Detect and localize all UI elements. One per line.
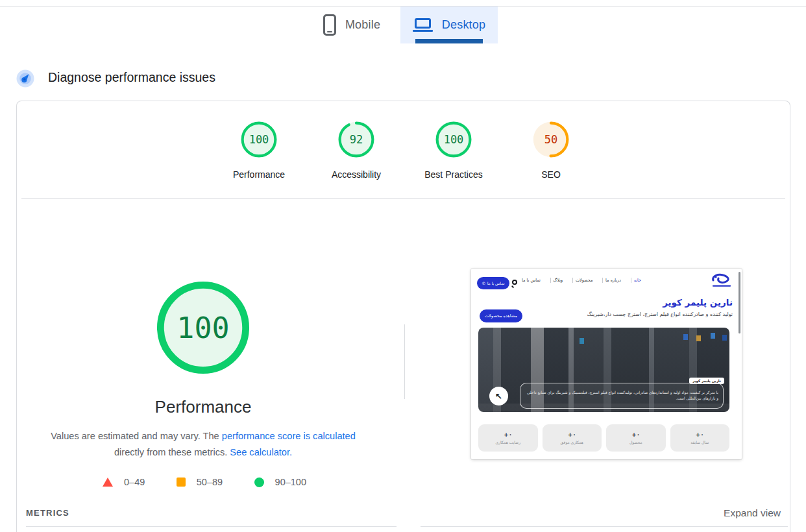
site-nav-item: محصولات	[572, 278, 596, 283]
stat-card: +۰ رضایت همکاری	[478, 424, 538, 452]
performance-main-gauge: 100	[154, 279, 252, 376]
smartphone-icon	[323, 14, 336, 36]
disclaimer-text: Values are estimated and may vary. The	[51, 431, 222, 441]
legend-range: 50–89	[197, 477, 223, 487]
score-gauge: 92	[337, 121, 375, 158]
site-scrollbar	[739, 272, 740, 333]
legend-item-average: 50–89	[177, 477, 223, 487]
site-nav-item: خانه	[631, 278, 644, 283]
stat-card: +۰ سال سابقه	[670, 424, 730, 452]
scores-divider	[21, 198, 785, 199]
calculation-link[interactable]: performance score is calculated	[222, 431, 356, 441]
site-title: نارین پلیمر کویر	[570, 297, 733, 308]
legend-item-poor: 0–49	[103, 477, 145, 487]
site-stats-row: +۰ سال سابقه +۰ محصول +۰ همکاری موفق +۰ …	[478, 424, 729, 452]
score-label: Best Practices	[424, 169, 482, 180]
tab-mobile[interactable]: Mobile	[306, 6, 397, 43]
category-score-seo[interactable]: 50 SEO	[506, 121, 596, 180]
site-nav-item: تماس با ما	[519, 278, 543, 283]
score-value: 100	[154, 279, 252, 376]
stat-card: +۰ محصول	[606, 424, 666, 452]
score-value: 50	[532, 121, 570, 158]
score-label: Accessibility	[332, 169, 381, 180]
legend-range: 90–100	[275, 477, 306, 487]
site-subtitle: تولید کننده و صادرکننده انواع فیلم استرچ…	[538, 311, 733, 317]
see-calculator-link[interactable]: See calculator.	[230, 447, 292, 457]
score-value: 100	[240, 121, 278, 158]
stat-value: +۰	[504, 431, 512, 438]
orange-square-icon	[177, 478, 186, 487]
stat-value: +۰	[696, 431, 704, 438]
tab-mobile-label: Mobile	[345, 18, 380, 32]
score-label: Performance	[233, 169, 285, 180]
site-nav-item: وبلاگ	[550, 278, 566, 283]
site-logo	[710, 272, 733, 287]
score-gauge: 100	[154, 279, 252, 376]
stat-label: سال سابقه	[690, 440, 709, 444]
score-gauge: 100	[435, 121, 472, 158]
category-score-best-practices[interactable]: 100 Best Practices	[408, 121, 499, 180]
site-contact-button: ✆ تماس با ما	[477, 277, 509, 289]
phone-icon: ✆	[482, 281, 485, 285]
site-nav: خانه درباره ما محصولات وبلاگ تماس با ما	[519, 278, 644, 283]
category-score-performance[interactable]: 100 Performance	[214, 121, 304, 180]
hero-outline-panel	[520, 383, 724, 409]
score-label: SEO	[541, 169, 561, 180]
site-products-button: مشاهده محصولات	[480, 309, 522, 322]
tab-desktop[interactable]: Desktop	[400, 6, 498, 43]
stat-label: همکاری موفق	[561, 440, 583, 444]
score-disclaimer: Values are estimated and may vary. The p…	[39, 428, 367, 461]
metrics-divider-left	[26, 526, 397, 527]
site-nav-item: درباره ما	[602, 278, 624, 283]
performance-main-label: Performance	[106, 397, 300, 417]
green-circle-icon	[254, 478, 264, 487]
laptop-icon	[413, 18, 433, 32]
stat-label: رضایت همکاری	[495, 440, 520, 444]
red-triangle-icon	[103, 478, 113, 487]
page-title: Diagnose performance issues	[48, 70, 215, 85]
column-divider	[404, 324, 405, 399]
site-search-icon	[511, 280, 519, 287]
insights-radar-icon	[16, 69, 34, 88]
final-screenshot-thumbnail[interactable]: خانه درباره ما محصولات وبلاگ تماس با ما …	[471, 269, 742, 459]
score-value: 92	[337, 121, 375, 158]
metrics-divider-right	[421, 526, 788, 527]
expand-view-button[interactable]: Expand view	[724, 507, 781, 519]
score-value: 100	[435, 121, 472, 158]
score-gauge: 50	[532, 121, 570, 158]
score-gauge: 100	[240, 121, 278, 158]
stat-card: +۰ همکاری موفق	[543, 424, 602, 452]
stat-value: +۰	[568, 431, 576, 438]
site-hero-image: نارین پلیمر کویر با تمرکز بر کیفیت، مواد…	[478, 328, 729, 412]
hero-description: با تمرکز بر کیفیت، مواد اولیه و استاندار…	[526, 390, 718, 402]
tab-desktop-active-indicator	[415, 39, 483, 43]
score-legend: 0–49 50–89 90–100	[103, 477, 306, 487]
category-score-accessibility[interactable]: 92 Accessibility	[311, 121, 402, 180]
hero-bottles-decor	[683, 334, 688, 340]
arrow-up-left-icon: ↖	[489, 387, 508, 405]
stat-label: محصول	[629, 440, 642, 444]
legend-item-good: 90–100	[254, 477, 306, 487]
disclaimer-text: directly from these metrics.	[114, 447, 230, 457]
hero-badge: نارین پلیمر کویر	[689, 378, 724, 384]
stat-value: +۰	[631, 431, 640, 438]
tab-desktop-label: Desktop	[442, 18, 485, 32]
pagespeed-insights-report: Mobile Desktop Diagnose performance issu…	[0, 0, 806, 532]
legend-range: 0–49	[124, 477, 145, 487]
metrics-section-heading: METRICS	[26, 508, 69, 518]
